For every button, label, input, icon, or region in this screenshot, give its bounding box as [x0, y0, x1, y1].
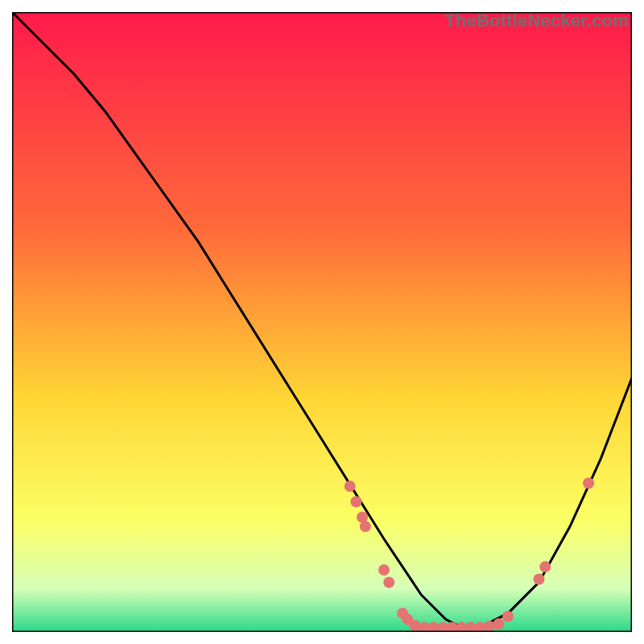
- chart-background: [12, 12, 632, 632]
- curve-marker: [410, 620, 421, 631]
- curve-marker: [378, 564, 390, 576]
- chart-svg: [12, 12, 632, 632]
- curve-marker: [350, 496, 361, 507]
- curve-marker: [502, 611, 514, 622]
- chart-frame: TheBottleNecker.com: [12, 12, 632, 632]
- curve-marker: [534, 574, 545, 585]
- curve-marker: [345, 481, 356, 492]
- curve-marker: [539, 561, 551, 572]
- curve-marker: [493, 618, 505, 630]
- curve-marker: [583, 477, 594, 489]
- watermark-label: TheBottleNecker.com: [444, 10, 629, 31]
- curve-marker: [360, 521, 371, 532]
- curve-marker: [383, 576, 394, 588]
